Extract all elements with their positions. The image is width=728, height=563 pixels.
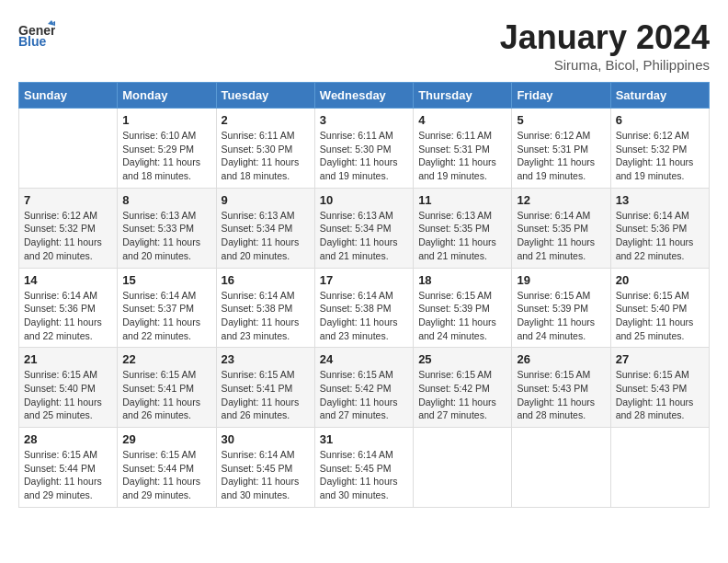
weekday-header-monday: Monday	[118, 83, 216, 109]
calendar-cell: 5 Sunrise: 6:12 AMSunset: 5:31 PMDayligh…	[512, 109, 610, 189]
weekday-header-tuesday: Tuesday	[216, 83, 314, 109]
day-info: Sunrise: 6:11 AMSunset: 5:30 PMDaylight:…	[222, 129, 310, 183]
calendar-cell: 7 Sunrise: 6:12 AMSunset: 5:32 PMDayligh…	[19, 188, 118, 268]
weekday-header-sunday: Sunday	[19, 83, 118, 109]
day-number: 31	[320, 432, 408, 446]
day-number: 15	[122, 273, 210, 287]
day-number: 18	[418, 273, 506, 287]
day-number: 4	[418, 113, 506, 127]
week-row-2: 7 Sunrise: 6:12 AMSunset: 5:32 PMDayligh…	[19, 188, 710, 268]
calendar-cell: 15 Sunrise: 6:14 AMSunset: 5:37 PMDaylig…	[118, 268, 216, 348]
day-info: Sunrise: 6:13 AMSunset: 5:34 PMDaylight:…	[222, 209, 310, 263]
day-info: Sunrise: 6:14 AMSunset: 5:35 PMDaylight:…	[517, 209, 605, 263]
day-info: Sunrise: 6:14 AMSunset: 5:38 PMDaylight:…	[320, 289, 408, 343]
day-number: 25	[418, 352, 506, 366]
day-info: Sunrise: 6:14 AMSunset: 5:36 PMDaylight:…	[24, 289, 112, 343]
calendar-cell: 2 Sunrise: 6:11 AMSunset: 5:30 PMDayligh…	[216, 109, 314, 189]
weekday-header-thursday: Thursday	[414, 83, 512, 109]
day-number: 21	[24, 352, 112, 366]
calendar-cell: 4 Sunrise: 6:11 AMSunset: 5:31 PMDayligh…	[414, 109, 512, 189]
calendar-cell: 17 Sunrise: 6:14 AMSunset: 5:38 PMDaylig…	[314, 268, 413, 348]
day-number: 30	[222, 432, 310, 446]
day-info: Sunrise: 6:12 AMSunset: 5:32 PMDaylight:…	[24, 209, 112, 263]
day-number: 1	[122, 113, 210, 127]
day-info: Sunrise: 6:15 AMSunset: 5:43 PMDaylight:…	[616, 368, 704, 422]
day-number: 13	[616, 193, 704, 207]
day-info: Sunrise: 6:15 AMSunset: 5:41 PMDaylight:…	[222, 368, 310, 422]
page-header: General Blue January 2024 Siruma, Bicol,…	[18, 18, 710, 73]
calendar-cell: 14 Sunrise: 6:14 AMSunset: 5:36 PMDaylig…	[19, 268, 118, 348]
week-row-5: 28 Sunrise: 6:15 AMSunset: 5:44 PMDaylig…	[19, 428, 710, 508]
day-info: Sunrise: 6:13 AMSunset: 5:35 PMDaylight:…	[418, 209, 506, 263]
weekday-header-row: SundayMondayTuesdayWednesdayThursdayFrid…	[19, 83, 710, 109]
day-number: 14	[24, 273, 112, 287]
day-number: 19	[517, 273, 605, 287]
day-number: 23	[222, 352, 310, 366]
day-number: 3	[320, 113, 408, 127]
calendar-cell: 12 Sunrise: 6:14 AMSunset: 5:35 PMDaylig…	[512, 188, 610, 268]
calendar-cell	[19, 109, 118, 189]
day-number: 9	[222, 193, 310, 207]
calendar-cell: 30 Sunrise: 6:14 AMSunset: 5:45 PMDaylig…	[216, 428, 314, 508]
day-info: Sunrise: 6:11 AMSunset: 5:31 PMDaylight:…	[418, 129, 506, 183]
day-number: 7	[24, 193, 112, 207]
day-info: Sunrise: 6:15 AMSunset: 5:44 PMDaylight:…	[24, 448, 112, 502]
day-number: 11	[418, 193, 506, 207]
logo-bird-icon: General Blue	[18, 18, 55, 51]
weekday-header-wednesday: Wednesday	[314, 83, 413, 109]
week-row-3: 14 Sunrise: 6:14 AMSunset: 5:36 PMDaylig…	[19, 268, 710, 348]
day-info: Sunrise: 6:14 AMSunset: 5:38 PMDaylight:…	[222, 289, 310, 343]
calendar-cell: 11 Sunrise: 6:13 AMSunset: 5:35 PMDaylig…	[414, 188, 512, 268]
day-info: Sunrise: 6:13 AMSunset: 5:34 PMDaylight:…	[320, 209, 408, 263]
day-info: Sunrise: 6:15 AMSunset: 5:40 PMDaylight:…	[24, 368, 112, 422]
calendar-cell: 1 Sunrise: 6:10 AMSunset: 5:29 PMDayligh…	[118, 109, 216, 189]
calendar-cell: 26 Sunrise: 6:15 AMSunset: 5:43 PMDaylig…	[512, 348, 610, 428]
week-row-1: 1 Sunrise: 6:10 AMSunset: 5:29 PMDayligh…	[19, 109, 710, 189]
calendar-cell: 19 Sunrise: 6:15 AMSunset: 5:39 PMDaylig…	[512, 268, 610, 348]
calendar-cell	[610, 428, 709, 508]
location: Siruma, Bicol, Philippines	[500, 57, 710, 73]
logo: General Blue	[18, 18, 59, 51]
calendar-cell: 31 Sunrise: 6:14 AMSunset: 5:45 PMDaylig…	[314, 428, 413, 508]
calendar-cell: 10 Sunrise: 6:13 AMSunset: 5:34 PMDaylig…	[314, 188, 413, 268]
day-info: Sunrise: 6:11 AMSunset: 5:30 PMDaylight:…	[320, 129, 408, 183]
calendar-cell: 18 Sunrise: 6:15 AMSunset: 5:39 PMDaylig…	[414, 268, 512, 348]
day-info: Sunrise: 6:15 AMSunset: 5:42 PMDaylight:…	[418, 368, 506, 422]
calendar-cell: 22 Sunrise: 6:15 AMSunset: 5:41 PMDaylig…	[118, 348, 216, 428]
week-row-4: 21 Sunrise: 6:15 AMSunset: 5:40 PMDaylig…	[19, 348, 710, 428]
day-info: Sunrise: 6:15 AMSunset: 5:43 PMDaylight:…	[517, 368, 605, 422]
weekday-header-saturday: Saturday	[610, 83, 709, 109]
title-section: January 2024 Siruma, Bicol, Philippines	[500, 18, 710, 73]
day-info: Sunrise: 6:14 AMSunset: 5:45 PMDaylight:…	[320, 448, 408, 502]
day-info: Sunrise: 6:12 AMSunset: 5:31 PMDaylight:…	[517, 129, 605, 183]
calendar-cell: 25 Sunrise: 6:15 AMSunset: 5:42 PMDaylig…	[414, 348, 512, 428]
day-info: Sunrise: 6:14 AMSunset: 5:45 PMDaylight:…	[222, 448, 310, 502]
day-number: 17	[320, 273, 408, 287]
day-info: Sunrise: 6:15 AMSunset: 5:42 PMDaylight:…	[320, 368, 408, 422]
day-info: Sunrise: 6:15 AMSunset: 5:40 PMDaylight:…	[616, 289, 704, 343]
day-number: 29	[122, 432, 210, 446]
calendar-cell: 27 Sunrise: 6:15 AMSunset: 5:43 PMDaylig…	[610, 348, 709, 428]
calendar-cell: 29 Sunrise: 6:15 AMSunset: 5:44 PMDaylig…	[118, 428, 216, 508]
day-info: Sunrise: 6:15 AMSunset: 5:44 PMDaylight:…	[122, 448, 210, 502]
calendar-cell: 9 Sunrise: 6:13 AMSunset: 5:34 PMDayligh…	[216, 188, 314, 268]
calendar-table: SundayMondayTuesdayWednesdayThursdayFrid…	[18, 82, 710, 508]
day-number: 8	[122, 193, 210, 207]
calendar-cell	[414, 428, 512, 508]
day-number: 27	[616, 352, 704, 366]
day-info: Sunrise: 6:14 AMSunset: 5:36 PMDaylight:…	[616, 209, 704, 263]
day-info: Sunrise: 6:14 AMSunset: 5:37 PMDaylight:…	[122, 289, 210, 343]
day-info: Sunrise: 6:13 AMSunset: 5:33 PMDaylight:…	[122, 209, 210, 263]
svg-text:Blue: Blue	[18, 34, 47, 49]
day-number: 2	[222, 113, 310, 127]
calendar-cell: 16 Sunrise: 6:14 AMSunset: 5:38 PMDaylig…	[216, 268, 314, 348]
day-info: Sunrise: 6:15 AMSunset: 5:41 PMDaylight:…	[122, 368, 210, 422]
day-number: 28	[24, 432, 112, 446]
calendar-cell: 24 Sunrise: 6:15 AMSunset: 5:42 PMDaylig…	[314, 348, 413, 428]
day-info: Sunrise: 6:12 AMSunset: 5:32 PMDaylight:…	[616, 129, 704, 183]
day-number: 26	[517, 352, 605, 366]
day-number: 5	[517, 113, 605, 127]
day-number: 12	[517, 193, 605, 207]
calendar-cell: 23 Sunrise: 6:15 AMSunset: 5:41 PMDaylig…	[216, 348, 314, 428]
day-number: 24	[320, 352, 408, 366]
